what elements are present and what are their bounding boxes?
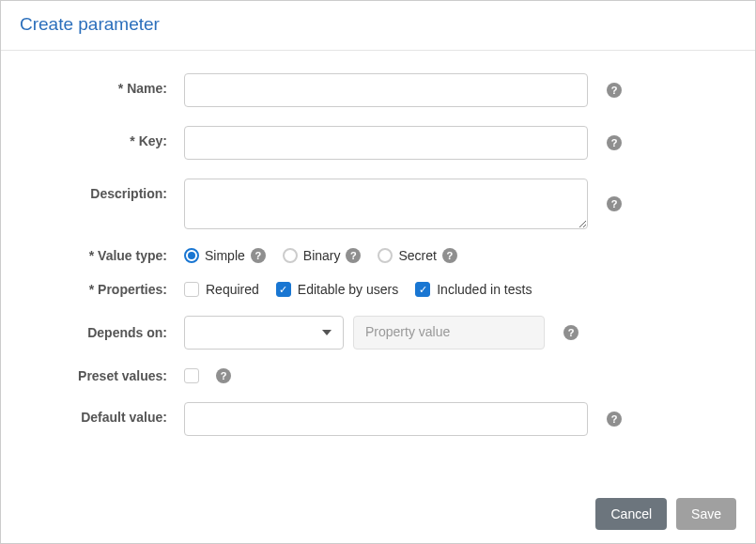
help-icon[interactable]: ? [607,196,622,211]
checkbox-icon: ✓ [415,282,430,297]
radio-icon [283,248,298,263]
depends-on-select[interactable] [184,316,344,350]
radio-label-binary: Binary [303,248,341,263]
default-value-input[interactable] [184,402,588,436]
checkbox-label-editable: Editable by users [298,282,398,297]
help-icon[interactable]: ? [216,368,231,383]
dialog-header: Create parameter [1,1,755,51]
checkbox-editable[interactable]: ✓ Editable by users [276,282,398,297]
chevron-down-icon [322,330,332,335]
help-icon[interactable]: ? [442,248,457,263]
row-value-type: * Value type: Simple ? Binary ? [39,248,717,263]
help-icon[interactable]: ? [607,135,622,150]
checkbox-icon: ✓ [276,282,291,297]
row-depends-on: Depends on: Property value ? [39,316,717,350]
radio-simple[interactable]: Simple ? [184,248,266,263]
checkbox-preset-values[interactable] [184,368,199,383]
help-icon[interactable]: ? [251,248,266,263]
create-parameter-dialog: Create parameter * Name: ? * Key: ? [0,0,756,544]
row-properties: * Properties: Required ✓ Editable by use… [39,282,717,297]
description-input[interactable] [184,179,588,229]
radio-secret[interactable]: Secret ? [378,248,456,263]
dialog-title: Create parameter [20,14,160,34]
properties-checkbox-group: Required ✓ Editable by users ✓ Included … [184,282,532,297]
checkbox-icon [184,368,199,383]
label-preset-values: Preset values: [39,368,184,383]
radio-icon [184,248,199,263]
checkbox-label-included: Included in tests [437,282,532,297]
label-default-value: Default value: [39,402,184,425]
radio-binary[interactable]: Binary ? [283,248,362,263]
name-input[interactable] [184,73,588,107]
help-icon[interactable]: ? [346,248,361,263]
help-icon[interactable]: ? [607,412,622,427]
dialog-footer: Cancel Save [1,485,755,543]
radio-label-secret: Secret [398,248,436,263]
label-value-type: * Value type: [39,248,184,263]
dialog-body: * Name: ? * Key: ? Description: [1,51,755,485]
row-default-value: Default value: ? [39,402,717,436]
row-preset-values: Preset values: ? [39,368,717,383]
checkbox-required[interactable]: Required [184,282,259,297]
radio-icon [378,248,393,263]
row-key: * Key: ? [39,126,717,160]
key-input[interactable] [184,126,588,160]
cancel-button[interactable]: Cancel [595,498,667,530]
checkbox-icon [184,282,199,297]
label-key: * Key: [39,126,184,148]
label-description: Description: [39,179,184,201]
save-button[interactable]: Save [676,498,736,530]
property-value-box: Property value [353,316,545,350]
label-properties: * Properties: [39,282,184,297]
value-type-radio-group: Simple ? Binary ? Secret ? [184,248,457,263]
label-depends-on: Depends on: [39,325,184,340]
row-name: * Name: ? [39,73,717,107]
radio-label-simple: Simple [205,248,245,263]
help-icon[interactable]: ? [607,83,622,98]
checkbox-label-required: Required [206,282,259,297]
label-name: * Name: [39,73,184,96]
checkbox-included[interactable]: ✓ Included in tests [415,282,532,297]
help-icon[interactable]: ? [563,325,579,340]
row-description: Description: ? [39,179,717,229]
